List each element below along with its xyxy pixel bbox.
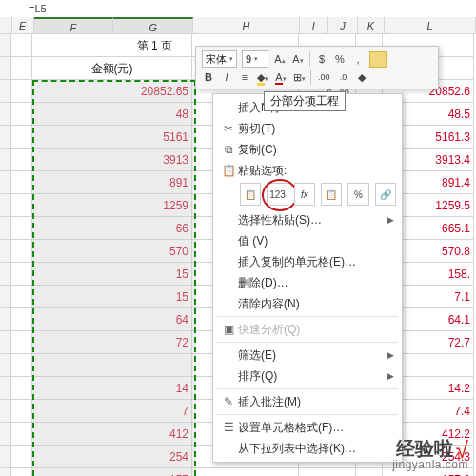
row-hdr[interactable]: [0, 149, 11, 171]
cell-fg[interactable]: 1259: [32, 194, 192, 217]
cell-fg[interactable]: 3913: [32, 149, 192, 171]
amount-header[interactable]: 金额(元): [32, 57, 192, 80]
page-cell[interactable]: 第 1 页: [32, 34, 192, 57]
border-button[interactable]: ⊞▾: [292, 69, 306, 85]
col-J[interactable]: J: [328, 17, 358, 34]
row-hdr[interactable]: [0, 240, 11, 263]
check-icon: √: [456, 439, 468, 462]
col-G[interactable]: G: [113, 17, 193, 34]
menu-copy[interactable]: ⧉复制(C): [213, 139, 402, 160]
format-painter-icon[interactable]: [369, 51, 387, 68]
cell-fg[interactable]: 72: [32, 331, 192, 354]
menu-sort[interactable]: 排序(Q)▶: [213, 366, 402, 387]
column-headers[interactable]: E F G H I J K L: [0, 17, 476, 34]
cell-fg[interactable]: 891: [32, 171, 192, 194]
menu-paste-options: 📋粘贴选项:: [213, 160, 402, 181]
font-color-button[interactable]: A▾: [274, 69, 288, 85]
decrease-font-icon[interactable]: A▾: [291, 51, 305, 67]
percent-button[interactable]: %: [333, 51, 347, 67]
menu-insert-comment[interactable]: ✎插入批注(M): [213, 391, 402, 412]
italic-button[interactable]: I: [220, 69, 233, 85]
row-hdr[interactable]: [0, 263, 11, 286]
menu-cut[interactable]: ✂剪切(T): [213, 118, 402, 139]
comma-button[interactable]: ,: [351, 51, 365, 67]
row-hdr[interactable]: [0, 400, 11, 423]
cell-fg[interactable]: 570: [32, 240, 192, 263]
row-hdr[interactable]: [0, 286, 11, 308]
font-size-select[interactable]: 9▾: [242, 50, 268, 68]
row-hdr[interactable]: [0, 308, 11, 331]
col-H[interactable]: H: [193, 17, 299, 34]
row-header-spacer: [0, 17, 12, 34]
paste-default[interactable]: 📋: [240, 183, 261, 206]
cell-fg[interactable]: 412: [32, 423, 192, 446]
cell-fg[interactable]: 157: [32, 468, 192, 476]
row-hdr[interactable]: [0, 331, 11, 354]
row-hdr[interactable]: [0, 34, 11, 57]
formula-bar[interactable]: =L5: [0, 0, 476, 18]
cell-fg[interactable]: 66: [32, 217, 192, 240]
chevron-down-icon: ▾: [254, 52, 258, 66]
row-hdr[interactable]: [0, 468, 11, 476]
cell-fg[interactable]: [32, 354, 192, 377]
col-K[interactable]: K: [358, 17, 386, 34]
lens-icon: ▣: [219, 323, 238, 336]
paste-formatting[interactable]: %: [347, 183, 368, 206]
decrease-decimal-button[interactable]: .00→.0: [316, 69, 332, 85]
copy-icon: ⧉: [219, 143, 238, 156]
col-L[interactable]: L: [385, 17, 476, 34]
cell-fg[interactable]: 5161: [32, 126, 192, 149]
increase-font-icon[interactable]: A▴: [273, 51, 287, 67]
comment-icon: ✎: [219, 395, 238, 408]
font-family-select[interactable]: 宋体▾: [202, 50, 237, 68]
paste-transpose[interactable]: 📋: [321, 183, 342, 206]
cell-k[interactable]: [356, 468, 383, 476]
mini-toolbar[interactable]: 宋体▾ 9▾ A▴ A▾ $ % , B I ≡ ◆▾ A▾ ⊞▾ .00→.0…: [195, 46, 439, 89]
format-button[interactable]: ◆: [355, 69, 368, 85]
cell-fg[interactable]: 7: [32, 400, 192, 423]
menu-select-from-dropdown[interactable]: 从下拉列表中选择(K)…: [213, 438, 402, 459]
menu-filter[interactable]: 筛选(E)▶: [213, 345, 402, 366]
menu-delete[interactable]: 删除(D)…: [213, 272, 402, 293]
cell-fg[interactable]: 15: [32, 286, 192, 308]
cell-fg[interactable]: 15: [32, 263, 192, 286]
row-hdr[interactable]: [0, 126, 11, 149]
increase-decimal-button[interactable]: .0.00: [337, 69, 350, 85]
formula-tooltip: 分部分项工程: [264, 91, 346, 111]
context-menu[interactable]: 插入N行 ✂剪切(T) ⧉复制(C) 📋粘贴选项: 📋 123 fx 📋 % 🔗…: [212, 93, 403, 463]
paste-values[interactable]: 123: [267, 183, 288, 206]
cell-fg[interactable]: 48: [32, 103, 192, 126]
currency-button[interactable]: $: [315, 51, 328, 67]
col-F[interactable]: F: [34, 17, 114, 34]
chevron-down-icon: ▾: [229, 52, 233, 66]
col-E[interactable]: E: [12, 17, 34, 34]
watermark: 经验啦 √ jingyanla.com: [392, 436, 468, 470]
cell-fg[interactable]: 14: [32, 377, 192, 400]
row-hdr[interactable]: [0, 446, 11, 468]
cell-fg[interactable]: 64: [32, 308, 192, 331]
menu-insert-copied[interactable]: 插入复制的单元格(E)…: [213, 251, 402, 272]
cell-fg[interactable]: 254: [32, 446, 192, 468]
menu-format-cells[interactable]: ☰设置单元格格式(F)…: [213, 417, 402, 438]
cell-fg[interactable]: 20852.65: [32, 80, 192, 103]
align-button[interactable]: ≡: [238, 69, 251, 85]
paste-link[interactable]: 🔗: [375, 183, 396, 206]
row-hdr[interactable]: [0, 194, 11, 217]
row-hdr[interactable]: [0, 171, 11, 194]
paste-formulas[interactable]: fx: [294, 183, 315, 206]
row-hdr[interactable]: [0, 377, 11, 400]
col-I[interactable]: I: [300, 17, 329, 34]
menu-paste-special[interactable]: 选择性粘贴(S)…▶: [213, 209, 402, 230]
fill-color-button[interactable]: ◆▾: [256, 69, 269, 85]
row-hdr[interactable]: [0, 103, 11, 126]
paste-options-row: 📋 123 fx 📋 % 🔗: [213, 181, 402, 209]
row-hdr[interactable]: [0, 80, 11, 103]
row-hdr[interactable]: [0, 217, 11, 240]
bold-button[interactable]: B: [202, 69, 215, 85]
row-hdr[interactable]: [0, 423, 11, 446]
menu-clear[interactable]: 清除内容(N): [213, 293, 402, 314]
clipboard-icon: 📋: [219, 164, 238, 177]
menu-value[interactable]: 值 (V): [213, 230, 402, 251]
formula-text: =L5: [29, 3, 47, 14]
row-hdr[interactable]: [0, 354, 11, 377]
